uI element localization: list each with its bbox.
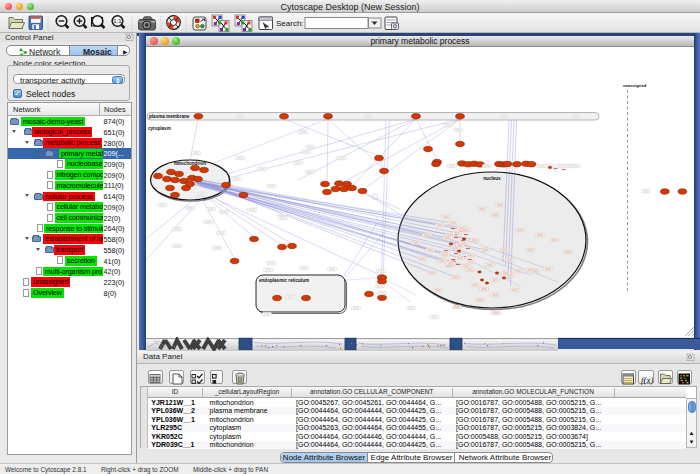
svg-text:mitochondrion: mitochondrion [174, 161, 206, 166]
svg-text:endoplasmic reticulum: endoplasmic reticulum [259, 278, 309, 283]
svg-text:Search:: Search: [276, 19, 304, 28]
svg-text:cytoplasm: cytoplasm [148, 126, 171, 131]
svg-text:plasma membrane: plasma membrane [149, 114, 190, 119]
svg-text:1:1: 1:1 [113, 18, 122, 24]
svg-text:f(x): f(x) [641, 375, 653, 385]
svg-text:nucleus: nucleus [483, 176, 501, 181]
svg-text:unassigned: unassigned [623, 83, 647, 88]
